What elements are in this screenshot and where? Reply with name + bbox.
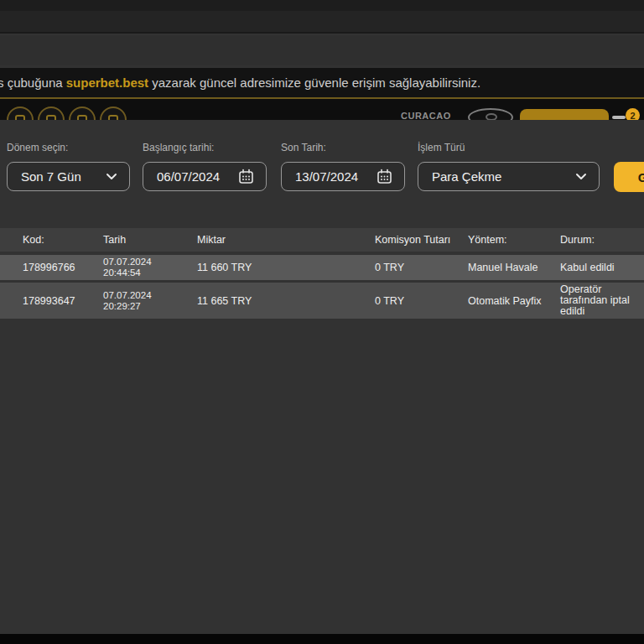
cell-durum: Operatör tarafından iptal edildi: [560, 283, 644, 319]
notice-prefix: s çubuğuna: [0, 75, 66, 90]
table-header-row: Kod: Tarih Miktar Komisyon Tutarı Yöntem…: [0, 228, 644, 252]
end-date-label: Son Tarih:: [281, 142, 326, 153]
tx-type-select[interactable]: Para Çekme: [418, 162, 600, 191]
secondary-bar: [0, 11, 644, 34]
cell-yontem: Manuel Havale: [468, 260, 560, 275]
notice-domain-link: superbet.best: [66, 75, 148, 90]
col-header-miktar: Miktar: [197, 232, 375, 247]
transaction-history-panel: Dönem seçin: Başlangıç tarihi: Son Tarih…: [0, 120, 644, 634]
cell-kod: 178996766: [23, 260, 103, 275]
col-header-kod: Kod:: [23, 232, 103, 247]
end-date-input[interactable]: 13/07/2024: [281, 162, 405, 191]
chevron-down-icon: [575, 173, 587, 180]
tx-type-label: İşlem Türü: [418, 142, 465, 153]
start-date-label: Başlangıç tarihi:: [143, 142, 214, 153]
cell-durum: Kabul edildi: [560, 261, 644, 275]
period-label: Dönem seçin:: [7, 142, 68, 153]
cell-yontem: Otomatik Payfix: [468, 293, 560, 309]
calendar-icon: [377, 169, 392, 184]
start-date-value: 06/07/2024: [157, 169, 238, 184]
screen: s çubuğuna superbet.best yazarak güncel …: [0, 0, 644, 644]
cell-tarih: 07.07.2024 20:44:54: [103, 255, 197, 280]
site-header: CURACAO 2: [0, 99, 644, 120]
transactions-table: Kod: Tarih Miktar Komisyon Tutarı Yöntem…: [0, 228, 644, 319]
period-select[interactable]: Son 7 Gün: [7, 162, 130, 191]
cell-komisyon: 0 TRY: [375, 260, 468, 275]
col-header-yontem: Yöntem:: [468, 232, 560, 247]
domain-notice-bar: s çubuğuna superbet.best yazarak güncel …: [0, 68, 644, 99]
show-results-button[interactable]: Göster: [614, 162, 644, 192]
start-date-input[interactable]: 06/07/2024: [143, 162, 267, 191]
end-date-value: 13/07/2024: [295, 169, 377, 184]
chevron-down-icon: [106, 173, 117, 180]
table-row: 178993647 07.07.2024 20:29:27 11 665 TRY…: [0, 283, 644, 319]
period-value: Son 7 Gün: [21, 169, 106, 184]
cell-kod: 178993647: [23, 293, 103, 309]
notice-text: s çubuğuna superbet.best yazarak güncel …: [0, 75, 480, 90]
browser-chrome-bar: [0, 35, 644, 65]
cell-miktar: 11 665 TRY: [197, 293, 375, 309]
top-bar: [0, 0, 644, 11]
table-row: 178996766 07.07.2024 20:44:54 11 660 TRY…: [0, 255, 644, 280]
bottom-taskbar: [0, 634, 644, 644]
tx-type-value: Para Çekme: [432, 169, 575, 184]
cell-tarih: 07.07.2024 20:29:27: [103, 288, 197, 314]
cell-miktar: 11 660 TRY: [197, 260, 375, 275]
cell-komisyon: 0 TRY: [375, 293, 468, 309]
col-header-komisyon: Komisyon Tutarı: [375, 232, 468, 247]
col-header-durum: Durum:: [560, 232, 644, 247]
header-partial-icon: [612, 116, 626, 119]
calendar-icon: [238, 169, 254, 184]
notice-suffix: yazarak güncel adresimize güvenle erişim…: [148, 75, 480, 90]
col-header-tarih: Tarih: [103, 232, 197, 247]
